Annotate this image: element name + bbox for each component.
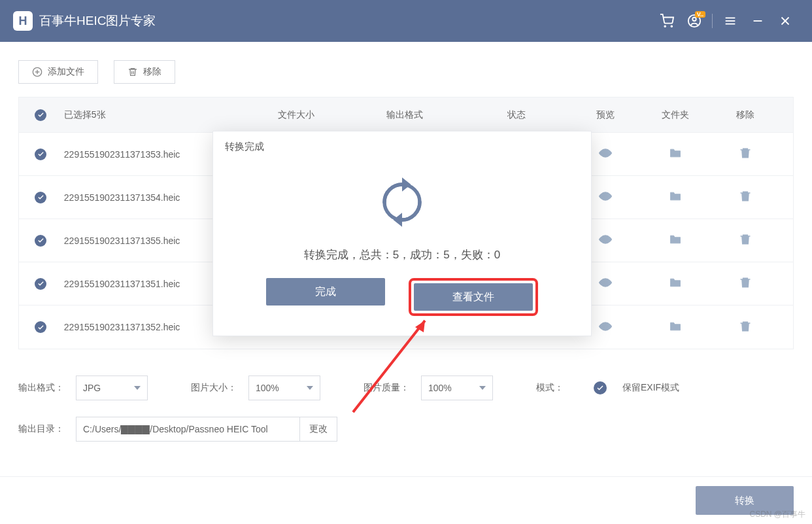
remove-label: 移除 xyxy=(143,66,161,78)
col-header-preview: 预览 xyxy=(573,109,637,121)
preview-icon[interactable] xyxy=(599,190,612,203)
output-dir-value: C:/Users/▇▇▇▇/Desktop/Passneo HEIC Tool xyxy=(76,424,299,434)
output-format-value: JPG xyxy=(83,383,101,393)
output-format-label: 输出格式： xyxy=(18,382,64,394)
annotation-highlight: 查看文件 xyxy=(409,278,538,316)
app-title: 百事牛HEIC图片专家 xyxy=(39,12,156,29)
change-dir-button[interactable]: 更改 xyxy=(299,417,337,441)
delete-icon[interactable] xyxy=(739,320,752,333)
plus-icon xyxy=(32,67,42,77)
folder-icon[interactable] xyxy=(669,147,682,160)
user-badge: V.. xyxy=(695,11,705,18)
cart-icon[interactable] xyxy=(653,7,681,35)
folder-icon[interactable] xyxy=(669,190,682,203)
user-icon[interactable]: V.. xyxy=(681,7,708,35)
output-dir-label: 输出目录： xyxy=(18,423,64,435)
close-icon[interactable] xyxy=(771,7,799,35)
chevron-down-icon xyxy=(134,386,141,390)
refresh-icon xyxy=(373,173,431,232)
col-header-folder: 文件夹 xyxy=(637,109,714,121)
row-checkbox[interactable] xyxy=(35,321,46,333)
svg-point-19 xyxy=(603,324,607,328)
svg-point-3 xyxy=(692,18,696,22)
image-size-value: 100% xyxy=(256,383,279,393)
output-dir-input: C:/Users/▇▇▇▇/Desktop/Passneo HEIC Tool … xyxy=(76,417,337,442)
row-checkbox[interactable] xyxy=(35,278,46,290)
row-checkbox[interactable] xyxy=(35,148,46,160)
col-header-format: 输出格式 xyxy=(350,109,459,121)
image-quality-label: 图片质量： xyxy=(364,382,409,394)
chevron-down-icon xyxy=(307,386,313,390)
exif-checkbox[interactable] xyxy=(594,381,607,394)
watermark: CSDN @百事牛 xyxy=(749,509,805,520)
settings: 输出格式： JPG 图片大小： 100% 图片质量： 100% 模式： 保留EX… xyxy=(18,376,794,442)
col-header-size: 文件大小 xyxy=(243,109,351,121)
svg-point-1 xyxy=(671,26,672,27)
svg-point-18 xyxy=(603,281,607,285)
image-quality-select[interactable]: 100% xyxy=(421,376,493,400)
svg-point-0 xyxy=(664,26,666,27)
folder-icon[interactable] xyxy=(669,233,682,246)
col-header-remove: 移除 xyxy=(714,109,777,121)
toolbar: 添加文件 移除 xyxy=(18,60,794,84)
preview-icon[interactable] xyxy=(599,233,612,246)
footer: 转换 xyxy=(0,476,812,524)
view-files-button[interactable]: 查看文件 xyxy=(414,283,533,311)
modal-summary: 转换完成，总共：5，成功：5，失败：0 xyxy=(213,247,591,262)
minimize-icon[interactable] xyxy=(744,7,771,35)
add-file-button[interactable]: 添加文件 xyxy=(18,60,98,84)
menu-icon[interactable] xyxy=(717,7,744,35)
folder-icon[interactable] xyxy=(669,276,682,289)
add-file-label: 添加文件 xyxy=(48,66,84,78)
preview-icon[interactable] xyxy=(599,276,612,289)
preview-icon[interactable] xyxy=(599,147,612,160)
output-format-select[interactable]: JPG xyxy=(76,376,148,400)
remove-button[interactable]: 移除 xyxy=(114,60,175,84)
col-header-name: 已选择5张 xyxy=(64,109,243,121)
image-size-select[interactable]: 100% xyxy=(248,376,320,400)
row-checkbox[interactable] xyxy=(35,192,46,203)
delete-icon[interactable] xyxy=(739,276,752,289)
svg-point-17 xyxy=(603,238,607,241)
app-logo: H xyxy=(13,11,33,31)
titlebar-divider xyxy=(712,14,713,28)
delete-icon[interactable] xyxy=(739,147,752,160)
folder-icon[interactable] xyxy=(669,320,682,333)
chevron-down-icon xyxy=(479,386,486,390)
svg-point-15 xyxy=(603,152,607,155)
titlebar: H 百事牛HEIC图片专家 V.. xyxy=(0,0,812,42)
select-all-checkbox[interactable] xyxy=(35,109,46,121)
modal-title: 转换完成 xyxy=(213,131,591,160)
exif-mode-text: 保留EXIF模式 xyxy=(622,382,679,394)
svg-marker-21 xyxy=(394,213,403,227)
completion-modal: 转换完成 转换完成，总共：5，成功：5，失败：0 完成 查看文件 xyxy=(212,131,592,336)
done-button[interactable]: 完成 xyxy=(266,278,385,306)
trash-icon xyxy=(127,67,138,77)
col-header-status: 状态 xyxy=(459,109,573,121)
image-size-label: 图片大小： xyxy=(191,382,237,394)
svg-point-16 xyxy=(603,195,607,198)
delete-icon[interactable] xyxy=(739,233,752,246)
row-checkbox[interactable] xyxy=(35,235,46,247)
preview-icon[interactable] xyxy=(599,320,612,333)
image-quality-value: 100% xyxy=(428,383,452,393)
table-header: 已选择5张 文件大小 输出格式 状态 预览 文件夹 移除 xyxy=(19,97,793,133)
delete-icon[interactable] xyxy=(739,190,752,203)
mode-label: 模式： xyxy=(536,382,582,394)
